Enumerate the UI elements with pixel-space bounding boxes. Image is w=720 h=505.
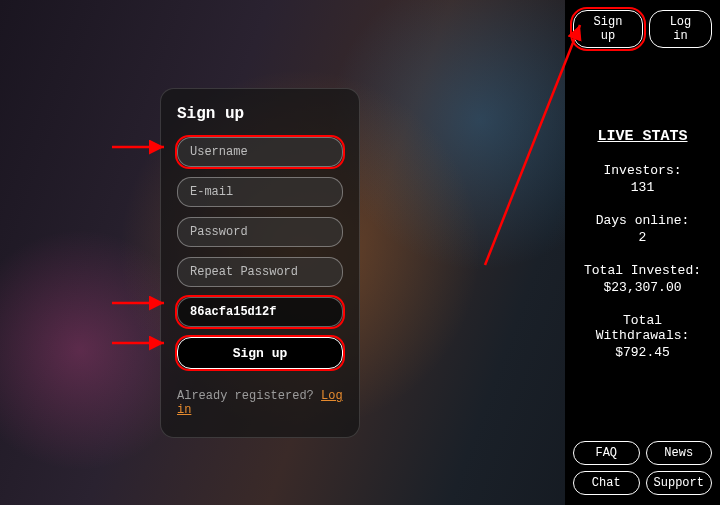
password-input[interactable] [177,217,343,247]
footer-buttons: FAQ News Chat Support [573,441,712,495]
sidebar: Sign up Log in LIVE STATS Investors: 131… [565,0,720,505]
stat-label: Total Withdrawals: [573,313,712,343]
stat-value: $792.45 [573,345,712,360]
live-stats-title: LIVE STATS [573,128,712,145]
email-row [177,177,343,207]
signup-card: Sign up Sign up Already registered? Log … [160,88,360,438]
already-registered: Already registered? Log in [177,389,343,417]
stat-label: Investors: [573,163,712,178]
stat-total-invested: Total Invested: $23,307.00 [573,263,712,295]
username-row [177,137,343,167]
auth-buttons: Sign up Log in [573,10,712,48]
signup-nav-button[interactable]: Sign up [573,10,643,48]
code-row [177,297,343,327]
signup-submit-button[interactable]: Sign up [177,337,343,369]
stat-investors: Investors: 131 [573,163,712,195]
card-title: Sign up [177,105,343,123]
stat-label: Total Invested: [573,263,712,278]
stat-total-withdrawals: Total Withdrawals: $792.45 [573,313,712,360]
stat-value: 131 [573,180,712,195]
code-input[interactable] [177,297,343,327]
stat-days-online: Days online: 2 [573,213,712,245]
password-row [177,217,343,247]
login-nav-button[interactable]: Log in [649,10,712,48]
repeat-password-row [177,257,343,287]
stat-value: $23,307.00 [573,280,712,295]
news-button[interactable]: News [646,441,713,465]
stat-value: 2 [573,230,712,245]
email-input[interactable] [177,177,343,207]
faq-button[interactable]: FAQ [573,441,640,465]
repeat-password-input[interactable] [177,257,343,287]
username-input[interactable] [177,137,343,167]
already-text: Already registered? [177,389,321,403]
stat-label: Days online: [573,213,712,228]
submit-row: Sign up [177,337,343,369]
support-button[interactable]: Support [646,471,713,495]
chat-button[interactable]: Chat [573,471,640,495]
